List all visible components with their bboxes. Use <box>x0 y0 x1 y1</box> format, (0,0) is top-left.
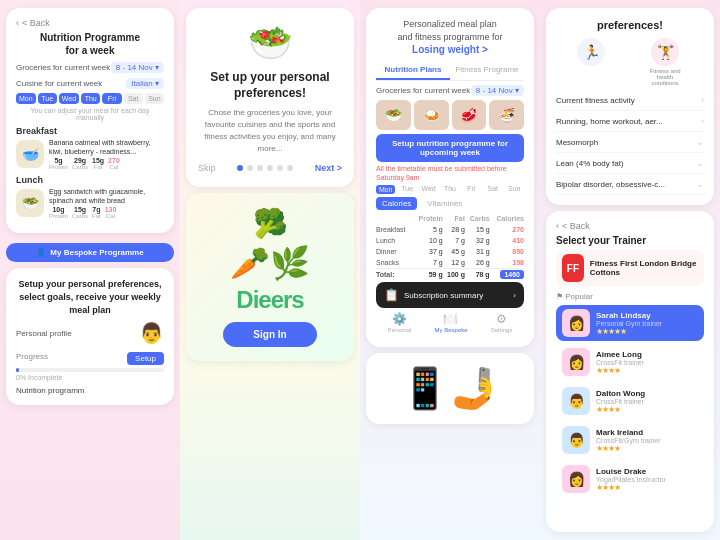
wday-sun[interactable]: Sun <box>505 185 524 194</box>
macro-tab-calories[interactable]: Calories <box>376 197 417 210</box>
dieers-bowl-icon: 🥦 <box>253 207 288 240</box>
day-sat[interactable]: Sat <box>124 93 143 104</box>
setup-card: Setup your personal preferences, select … <box>6 268 174 405</box>
column-1: ‹ < Back Nutrition Programme for a week … <box>0 0 180 540</box>
breakfast-item: 🥣 Banana oatmeal with strawberry, kiwi, … <box>16 138 164 170</box>
food-images-row: 🥗 🍛 🥩 🍜 <box>376 100 524 130</box>
wday-wed[interactable]: Wed <box>419 185 438 194</box>
bespoke-programme-button[interactable]: 👤 My Bespoke Programme <box>6 243 174 262</box>
week-days: Mon Tue Wed Thu Fri Sat Sun <box>376 185 524 194</box>
nutrition-programme-label: Nutrition programm <box>16 386 164 395</box>
back-button[interactable]: ‹ < Back <box>16 18 164 28</box>
setup-programme-button[interactable]: Setup nutrition programme for upcoming w… <box>376 134 524 162</box>
trainer-mark-name: Mark Ireland <box>596 428 698 437</box>
week-range-c3[interactable]: 8 - 14 Nov ▾ <box>471 85 524 96</box>
signin-button[interactable]: Sign In <box>223 322 316 347</box>
l-fat-val: 7g <box>92 206 100 213</box>
trainer-dalton-name: Dalton Wong <box>596 389 698 398</box>
trainer-louise[interactable]: 👩 Louise Drake Yoga/Pilates Instructor ★… <box>556 461 704 497</box>
dieers-card: 🥦 🥕🌿 Dieers Sign In <box>186 193 354 361</box>
day-mon[interactable]: Mon <box>16 93 36 104</box>
chevron-down-icon-1: ⌄ <box>696 137 704 147</box>
fitness-first-gym-row: FF Fitness First London Bridge Cottons <box>556 250 704 286</box>
day-sun[interactable]: Sun <box>145 93 164 104</box>
l-carbs-val: 15g <box>74 206 86 213</box>
settings-nav-label: Settings <box>491 327 513 333</box>
trainer-back-button[interactable]: ‹ < Back <box>556 221 704 231</box>
setup-button[interactable]: Setup <box>127 352 164 365</box>
preferences-heading: Set up your personal preferences! <box>198 70 342 101</box>
preferences-nav: Skip Next > <box>198 163 342 173</box>
trainer-sarah-type: Personal Gym trainer <box>596 320 698 327</box>
trainer-dalton-stars: ★★★★ <box>596 405 698 414</box>
nav-item-preferences[interactable]: ⚙️ Personal <box>388 312 412 333</box>
week-range-badge[interactable]: 8 - 14 Nov ▾ <box>111 62 164 73</box>
day-wed[interactable]: Wed <box>59 93 79 104</box>
nav-item-settings[interactable]: ⚙ Settings <box>491 312 513 333</box>
wday-fri[interactable]: Fri <box>462 185 481 194</box>
wday-mon[interactable]: Mon <box>376 185 395 194</box>
pref-body-fat[interactable]: Lean (4% body fat) ⌄ <box>556 153 704 174</box>
chevron-down-icon-3: ⌄ <box>696 179 704 189</box>
l-protein-val: 10g <box>52 206 64 213</box>
pref-mesomorph[interactable]: Mesomorph ⌄ <box>556 132 704 153</box>
b-fat-val: 15g <box>92 157 104 164</box>
trainer-sarah-avatar: 👩 <box>562 309 590 337</box>
fitness-icon-label: Fitness and health conditions <box>647 68 683 86</box>
b-protein-val: 5g <box>54 157 62 164</box>
next-button[interactable]: Next > <box>315 163 342 173</box>
day-fri[interactable]: Fri <box>102 93 121 104</box>
macro-tab-vitamins[interactable]: Vitamines <box>421 197 468 210</box>
bespoke-nav-label: My Bespoke <box>434 327 467 333</box>
day-tue[interactable]: Tue <box>38 93 57 104</box>
tab-nutrition[interactable]: Nutrition Plans <box>376 61 450 80</box>
fitness-icon-circle: 🏋️ <box>651 38 679 66</box>
wday-thu[interactable]: Thu <box>440 185 459 194</box>
subscription-summary-button[interactable]: 📋 Subscription summary › <box>376 282 524 308</box>
day-thu[interactable]: Thu <box>81 93 100 104</box>
dieers-logo: Dieers <box>236 286 303 314</box>
wday-sat[interactable]: Sat <box>483 185 502 194</box>
pref-dot-1 <box>237 165 243 171</box>
tab-fitness[interactable]: Fitness Programe <box>450 61 524 80</box>
nav-item-bespoke[interactable]: 🍽️ My Bespoke <box>434 312 467 333</box>
lunch-title: Lunch <box>16 175 164 185</box>
trainer-aimee[interactable]: 👩 Aimee Long CrossFit trainer ★★★★ <box>556 344 704 380</box>
table-row-lunch: Lunch 10 g 7 g 32 g 410 <box>376 235 524 246</box>
trainer-louise-type: Yoga/Pilates Instructor <box>596 476 698 483</box>
trainer-mark[interactable]: 👨 Mark Ireland CrossFit/Gym trainer ★★★★ <box>556 422 704 458</box>
bottom-nav: ⚙️ Personal 🍽️ My Bespoke ⚙ Settings <box>376 308 524 337</box>
trainer-sarah[interactable]: 👩 Sarah Lindsay Personal Gym trainer ★★★… <box>556 305 704 341</box>
pref-running-type[interactable]: Running, home workout, aer... › <box>556 111 704 132</box>
skip-button[interactable]: Skip <box>198 163 216 173</box>
preferences-nav-label: Personal <box>388 327 412 333</box>
pref-dot-4 <box>267 165 273 171</box>
trainer-dalton-info: Dalton Wong CrossFit trainer ★★★★ <box>596 389 698 414</box>
popular-label: ⚑ Popular <box>556 292 704 301</box>
groceries-label: Groceries for current week <box>16 63 110 72</box>
trainer-back-arrow: ‹ <box>556 221 559 231</box>
food-img-3: 🥩 <box>452 100 487 130</box>
trainer-aimee-name: Aimee Long <box>596 350 698 359</box>
pref-bipolar[interactable]: Bipolar disorder, obsessive-c... ⌄ <box>556 174 704 195</box>
losing-weight-link[interactable]: Losing weight > <box>412 44 488 55</box>
th-carbs: Carbs <box>465 213 490 224</box>
trainer-aimee-info: Aimee Long CrossFit trainer ★★★★ <box>596 350 698 375</box>
trainer-dalton[interactable]: 👨 Dalton Wong CrossFit trainer ★★★★ <box>556 383 704 419</box>
progress-bar <box>16 368 164 372</box>
personal-profile-label: Personal profile <box>16 329 72 338</box>
wday-tue[interactable]: Tue <box>397 185 416 194</box>
cuisine-value[interactable]: Italian ▾ <box>126 78 164 89</box>
trainer-dalton-type: CrossFit trainer <box>596 398 698 405</box>
hand-phone-illustration: 📱🤳 <box>374 365 526 412</box>
pref-icon-fitness: 🏋️ Fitness and health conditions <box>647 38 683 86</box>
macro-tabs: Calories Vitamines <box>376 197 524 210</box>
pref-current-fitness[interactable]: Current fitness activity › <box>556 90 704 111</box>
l-cal-val: 130 <box>105 206 117 213</box>
days-row: Mon Tue Wed Thu Fri Sat Sun <box>16 93 164 104</box>
trainer-sarah-name: Sarah Lindsay <box>596 311 698 320</box>
table-row-dinner: Dinner 37 g 45 g 31 g 890 <box>376 246 524 257</box>
phone-hand-card: 📱🤳 <box>366 353 534 424</box>
total-cal: 1460 <box>500 270 524 279</box>
column-4: preferences! 🏃 🏋️ Fitness and health con… <box>540 0 720 540</box>
